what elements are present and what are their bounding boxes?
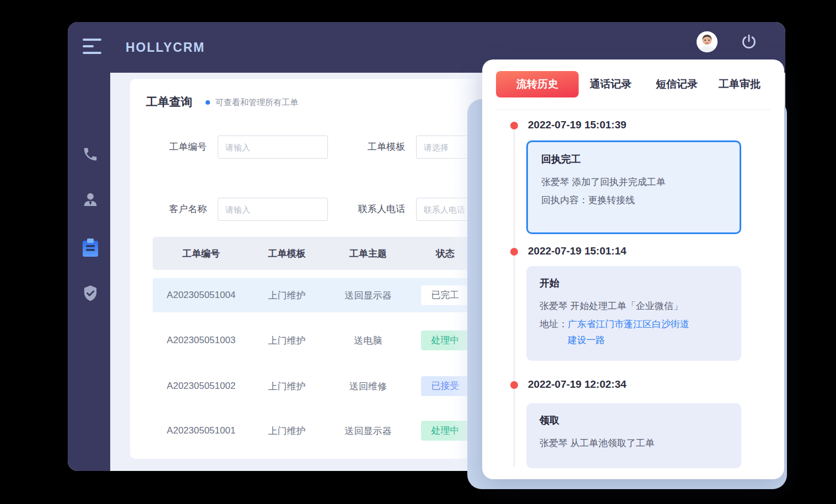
cell-subject: 送电脑 [324,334,412,347]
address-line1: 广东省江门市蓬江区白沙街道 [568,319,689,329]
cell-subject: 送回显示器 [324,425,412,437]
sidebar-item-customers[interactable] [80,189,101,210]
timeline-dot [510,248,518,256]
logout-power-icon[interactable] [741,34,757,50]
order-id-input[interactable] [218,136,328,159]
filter-label-contact-phone: 联系人电话 [337,198,405,221]
timeline-dot [510,381,518,389]
page-title: 工单查询 [146,94,192,110]
user-avatar[interactable] [697,31,718,52]
timeline-card-line: 张爱琴 添加了回执并完成工单 [541,173,726,191]
customer-name-input[interactable] [218,198,328,221]
timeline-line [514,127,515,467]
timeline-card-title: 领取 [540,414,728,427]
work-order-detail-panel: 流转历史 通话记录 短信记录 工单审批 2022-07-19 15:01:39 … [482,59,784,479]
tab-order-approval[interactable]: 工单审批 [719,77,761,91]
address-line2: 建设一路 [568,335,605,345]
cell-order-id: A202305051002 [153,381,250,392]
filter-label-customer: 客户名称 [138,198,207,221]
timeline-timestamp: 2022-07-19 12:02:34 [528,378,627,391]
filter-label-order-id: 工单编号 [138,136,207,159]
cell-order-id: A202305051001 [153,425,250,436]
filter-label-template: 工单模板 [337,136,405,159]
brand-logo: HOLLYCRM [126,22,205,73]
timeline-card-line: 张爱琴 从工单池领取了工单 [540,434,728,452]
timeline-card-start[interactable]: 开始 张爱琴 开始处理工单「企业微信」 地址： 广东省江门市蓬江区白沙街道 建设… [526,266,741,361]
address-label: 地址： [540,316,568,348]
cell-template: 上门维护 [250,425,324,437]
sidebar-item-calls[interactable] [80,144,101,165]
tab-call-records[interactable]: 通话记录 [590,77,632,91]
timeline-card-line: 回执内容：更换转接线 [541,191,726,209]
tabs-divider [496,110,770,110]
col-header-template: 工单模板 [250,247,324,260]
cell-subject: 送回显示器 [324,289,412,302]
sidebar-item-security[interactable] [80,283,101,304]
subtitle-dot-icon [206,100,210,105]
tab-sms-records[interactable]: 短信记录 [656,77,698,91]
cell-order-id: A202305051003 [153,335,250,346]
detail-tabs: 流转历史 通话记录 短信记录 工单审批 [496,71,761,97]
timeline-card-title: 回执完工 [541,153,726,166]
timeline-timestamp: 2022-07-19 15:01:39 [528,119,627,131]
address-link[interactable]: 广东省江门市蓬江区白沙街道 建设一路 [568,316,689,348]
timeline-card-claimed[interactable]: 领取 张爱琴 从工单池领取了工单 [526,403,741,468]
col-header-order-id: 工单编号 [153,247,250,260]
page-subtitle: 可查看和管理所有工单 [215,96,298,108]
timeline-card-completed[interactable]: 回执完工 张爱琴 添加了回执并完成工单 回执内容：更换转接线 [526,140,741,234]
cell-order-id: A202305051004 [153,290,250,301]
cell-template: 上门维护 [250,289,324,302]
cell-subject: 送回维修 [324,380,412,393]
timeline-timestamp: 2022-07-19 15:01:14 [528,245,627,257]
cell-template: 上门维护 [250,334,324,347]
cell-template: 上门维护 [250,380,324,393]
timeline-dot [510,122,518,129]
timeline-card-title: 开始 [540,277,728,290]
col-header-subject: 工单主题 [324,247,412,260]
timeline-card-line: 张爱琴 开始处理工单「企业微信」 [540,297,728,315]
sidebar-item-work-orders[interactable] [80,237,101,258]
menu-icon[interactable] [83,39,101,55]
tab-circulation-history[interactable]: 流转历史 [496,71,579,97]
